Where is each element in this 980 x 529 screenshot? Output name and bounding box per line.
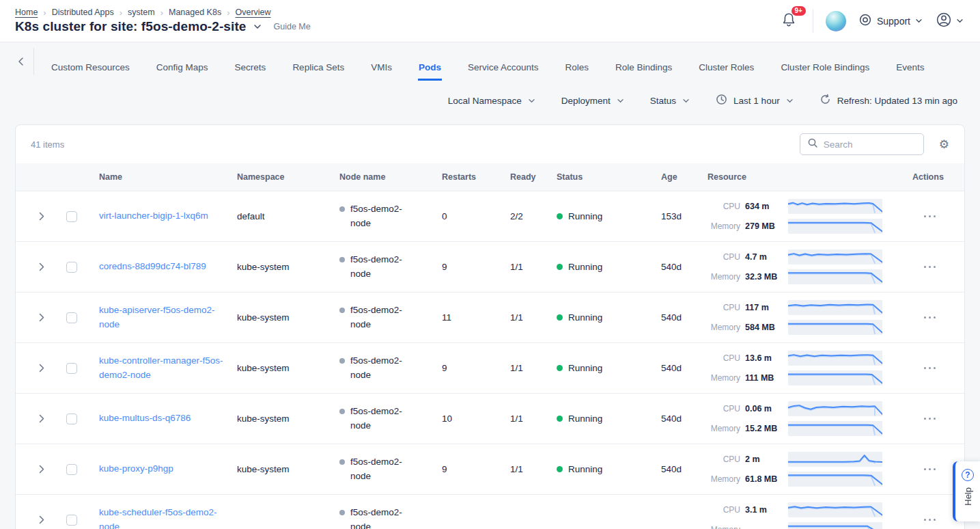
pod-name-link[interactable]: kube-apiserver-f5os-demo2-node bbox=[99, 303, 226, 332]
filter-status-label: Status bbox=[650, 96, 676, 106]
table-row: kube-multus-ds-q6786 kube-system f5os-de… bbox=[16, 393, 964, 444]
row-checkbox[interactable] bbox=[66, 211, 77, 222]
filter-time-range[interactable]: Last 1 hour bbox=[716, 94, 794, 107]
node-dot-icon bbox=[339, 206, 345, 212]
table-body: virt-launcher-bigip-1-lxq6m default f5os… bbox=[16, 191, 964, 529]
restarts-cell: 0 bbox=[431, 211, 499, 221]
tab-cluster-role-bindings[interactable]: Cluster Role Bindings bbox=[780, 42, 870, 81]
chevron-down-icon bbox=[786, 98, 794, 103]
mem-sparkline bbox=[788, 219, 882, 234]
expand-row-icon[interactable] bbox=[39, 313, 44, 322]
status-text: Running bbox=[568, 211, 602, 221]
expand-row-icon[interactable] bbox=[39, 515, 44, 524]
cpu-value: 4.7 m bbox=[745, 252, 783, 263]
memory-value: 32.3 MB bbox=[745, 271, 783, 283]
col-name: Name bbox=[88, 172, 226, 182]
breadcrumb-item[interactable]: Managed K8s bbox=[169, 8, 221, 17]
age-cell: 540d bbox=[650, 312, 697, 323]
cpu-sparkline bbox=[788, 452, 882, 467]
row-actions-button[interactable] bbox=[923, 262, 938, 273]
tab-pods[interactable]: Pods bbox=[418, 42, 442, 81]
memory-label: Memory bbox=[708, 525, 740, 529]
expand-row-icon[interactable] bbox=[39, 212, 44, 221]
col-resource: Resource bbox=[697, 172, 901, 182]
workspace-avatar[interactable] bbox=[826, 11, 846, 31]
app-header: Home›Distributed Apps›system›Managed K8s… bbox=[0, 0, 980, 42]
status-dot-icon bbox=[557, 365, 563, 371]
tab-role-bindings[interactable]: Role Bindings bbox=[615, 42, 673, 81]
filter-namespace[interactable]: Local Namespace bbox=[448, 96, 535, 106]
guide-me-link[interactable]: Guide Me bbox=[274, 22, 311, 31]
pod-name-link[interactable]: kube-controller-manager-f5os-demo2-node bbox=[99, 354, 226, 383]
search-box bbox=[800, 133, 924, 155]
breadcrumb-item[interactable]: Overview bbox=[235, 8, 270, 17]
search-input[interactable] bbox=[824, 139, 916, 150]
status-dot-icon bbox=[557, 264, 563, 270]
col-ready: Ready bbox=[499, 172, 546, 182]
pod-name-link[interactable]: coredns-88d99dc74-bl789 bbox=[99, 260, 206, 274]
notifications-button[interactable]: 9+ bbox=[777, 9, 800, 33]
table-row: coredns-88d99dc74-bl789 kube-system f5os… bbox=[16, 241, 964, 292]
row-checkbox[interactable] bbox=[66, 515, 77, 526]
breadcrumb-item[interactable]: system bbox=[128, 8, 155, 17]
refresh-button[interactable]: Refresh: Updated 13 min ago bbox=[820, 94, 957, 107]
node-dot-icon bbox=[339, 358, 345, 364]
gear-icon[interactable]: ⚙ bbox=[939, 139, 949, 150]
row-checkbox[interactable] bbox=[66, 413, 77, 424]
items-count: 41 items bbox=[31, 139, 64, 150]
ready-cell: 1/1 bbox=[499, 464, 546, 474]
support-menu[interactable]: Support bbox=[858, 13, 923, 29]
tab-config-maps[interactable]: Config Maps bbox=[156, 42, 209, 81]
tab-service-accounts[interactable]: Service Accounts bbox=[467, 42, 540, 81]
pod-name-link[interactable]: virt-launcher-bigip-1-lxq6m bbox=[99, 209, 208, 223]
expand-row-icon[interactable] bbox=[39, 465, 44, 474]
support-label: Support bbox=[877, 16, 910, 27]
row-actions-button[interactable] bbox=[923, 312, 938, 323]
row-checkbox[interactable] bbox=[66, 464, 77, 475]
tab-roles[interactable]: Roles bbox=[565, 42, 590, 81]
row-checkbox[interactable] bbox=[66, 262, 77, 273]
pod-name-link[interactable]: kube-proxy-p9hgp bbox=[99, 462, 173, 476]
tab-list: Custom ResourcesConfig MapsSecretsReplic… bbox=[51, 42, 925, 81]
user-menu[interactable] bbox=[935, 11, 964, 31]
expand-row-icon[interactable] bbox=[39, 262, 44, 271]
node-dot-icon bbox=[339, 459, 345, 465]
row-actions-button[interactable] bbox=[923, 464, 938, 475]
row-checkbox[interactable] bbox=[66, 312, 77, 323]
help-widget[interactable]: ? Help bbox=[953, 461, 980, 521]
tab-cluster-roles[interactable]: Cluster Roles bbox=[698, 42, 755, 81]
expand-row-icon[interactable] bbox=[39, 364, 44, 372]
expand-row-icon[interactable] bbox=[39, 414, 44, 423]
tabs-scroll-left-button[interactable] bbox=[16, 42, 33, 81]
row-actions-button[interactable] bbox=[923, 413, 938, 424]
pod-name-link[interactable]: kube-scheduler-f5os-demo2-node bbox=[99, 506, 226, 529]
memory-label: Memory bbox=[708, 221, 740, 231]
table-row: virt-launcher-bigip-1-lxq6m default f5os… bbox=[16, 191, 964, 241]
mem-sparkline bbox=[788, 320, 882, 335]
filter-namespace-label: Local Namespace bbox=[448, 96, 522, 106]
breadcrumb-item[interactable]: Home bbox=[15, 8, 38, 17]
row-checkbox[interactable] bbox=[66, 363, 77, 374]
bell-icon bbox=[781, 18, 796, 30]
mem-sparkline bbox=[788, 421, 882, 436]
tab-custom-resources[interactable]: Custom Resources bbox=[51, 42, 130, 81]
node-name: f5os-demo2-node bbox=[350, 253, 410, 282]
title-chevron-down-icon[interactable] bbox=[253, 24, 262, 29]
filter-status[interactable]: Status bbox=[650, 96, 690, 106]
cpu-value: 13.6 m bbox=[745, 353, 783, 364]
row-actions-button[interactable] bbox=[923, 515, 938, 526]
filter-deployment[interactable]: Deployment bbox=[561, 96, 624, 106]
cpu-value: 634 m bbox=[745, 201, 783, 213]
tab-events[interactable]: Events bbox=[895, 42, 925, 81]
row-actions-button[interactable] bbox=[923, 211, 938, 222]
memory-value: 61.8 MB bbox=[745, 474, 783, 485]
breadcrumb-item[interactable]: Distributed Apps bbox=[52, 8, 114, 17]
cpu-value: 0.06 m bbox=[745, 403, 783, 415]
user-icon bbox=[935, 11, 953, 31]
tab-vmis[interactable]: VMIs bbox=[370, 42, 393, 81]
row-actions-button[interactable] bbox=[923, 363, 938, 374]
tab-secrets[interactable]: Secrets bbox=[234, 42, 267, 81]
pod-name-link[interactable]: kube-multus-ds-q6786 bbox=[99, 411, 191, 426]
help-label: Help bbox=[963, 487, 973, 506]
tab-replica-sets[interactable]: Replica Sets bbox=[292, 42, 345, 81]
